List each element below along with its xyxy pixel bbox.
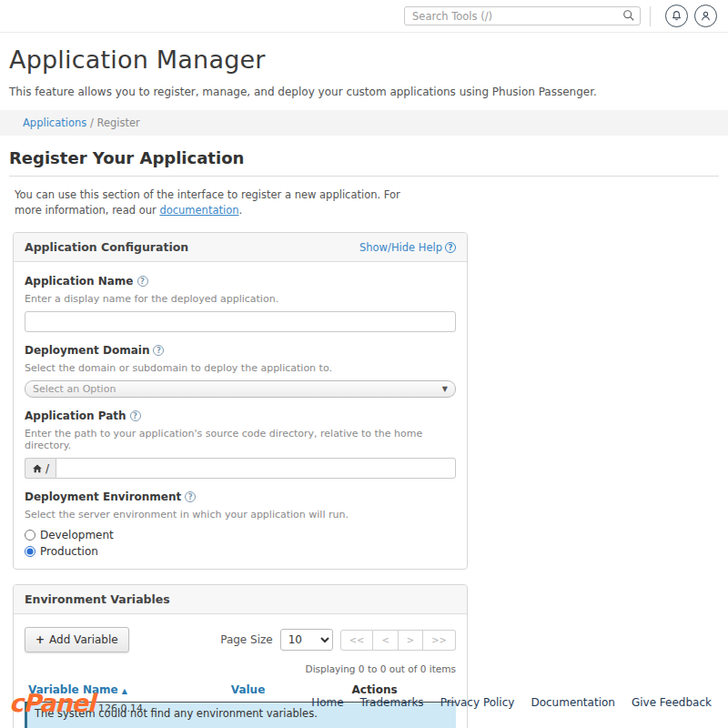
- pagination-first-button[interactable]: <<: [340, 630, 374, 651]
- home-icon: [32, 463, 43, 474]
- application-path-label: Application Path ?: [25, 410, 456, 422]
- add-variable-button[interactable]: + Add Variable: [25, 627, 129, 652]
- deployment-domain-label-text: Deployment Domain: [25, 344, 149, 357]
- application-path-help-text: Enter the path to your application's sou…: [25, 428, 456, 451]
- deployment-environment-label: Deployment Environment ?: [25, 490, 456, 503]
- footer-link-privacy-policy[interactable]: Privacy Policy: [440, 696, 515, 709]
- production-radio-label: Production: [40, 545, 98, 558]
- path-prefix: /: [46, 462, 49, 475]
- displaying-count-text: Displaying 0 to 0 out of 0 items: [25, 663, 456, 674]
- page-title: Application Manager: [9, 46, 719, 74]
- application-path-input[interactable]: [56, 458, 456, 479]
- page-size-label: Page Size: [220, 633, 273, 646]
- breadcrumb-current: Register: [96, 116, 139, 129]
- pagination-next-button[interactable]: >: [399, 630, 423, 651]
- cpanel-logo: cPanel: [9, 689, 95, 717]
- breadcrumb: Applications / Register: [0, 110, 728, 136]
- application-path-help-icon[interactable]: ?: [130, 410, 141, 421]
- footer-link-trademarks[interactable]: Trademarks: [360, 696, 424, 709]
- deployment-environment-help-text: Select the server environment in which y…: [25, 509, 456, 521]
- notifications-bell-icon[interactable]: [665, 5, 688, 27]
- show-hide-help-label: Show/Hide Help: [359, 241, 442, 254]
- application-configuration-panel: Application Configuration Show/Hide Help…: [13, 232, 468, 570]
- deployment-domain-help-text: Select the domain or subdomain to deploy…: [25, 362, 456, 374]
- pagination-prev-button[interactable]: <: [373, 630, 398, 651]
- application-path-input-group: /: [25, 458, 456, 479]
- config-panel-title: Application Configuration: [25, 240, 188, 254]
- user-account-icon[interactable]: [694, 5, 717, 27]
- footer-links: Home Trademarks Privacy Policy Documenta…: [311, 696, 712, 709]
- footer-link-home[interactable]: Home: [311, 696, 343, 709]
- topbar-divider: [650, 6, 651, 26]
- deployment-domain-label: Deployment Domain ?: [25, 344, 456, 357]
- development-radio-label: Development: [40, 529, 114, 541]
- application-name-help-text: Enter a display name for the deployed ap…: [25, 293, 456, 305]
- footer: cPanel 126.0.14 Home Trademarks Privacy …: [0, 686, 728, 728]
- breadcrumb-separator: /: [90, 116, 94, 129]
- deployment-domain-select[interactable]: Select an Option ▼: [25, 380, 456, 398]
- search-icon[interactable]: [622, 9, 635, 22]
- topbar: [0, 0, 728, 33]
- application-name-help-icon[interactable]: ?: [137, 276, 148, 287]
- page-description: This feature allows you to register, man…: [9, 86, 719, 98]
- footer-link-give-feedback[interactable]: Give Feedback: [632, 696, 712, 709]
- show-hide-help-link[interactable]: Show/Hide Help ?: [359, 241, 456, 254]
- deployment-domain-help-icon[interactable]: ?: [153, 345, 164, 356]
- application-name-label: Application Name ?: [25, 275, 456, 288]
- radio-option-development[interactable]: Development: [25, 529, 456, 541]
- radio-option-production[interactable]: Production: [25, 545, 456, 558]
- help-question-icon: ?: [445, 242, 456, 253]
- intro-suffix: .: [239, 204, 243, 217]
- page-size-select[interactable]: 10: [280, 629, 333, 651]
- breadcrumb-applications-link[interactable]: Applications: [23, 116, 86, 129]
- search-tools: [404, 6, 641, 25]
- documentation-link[interactable]: documentation: [159, 204, 238, 217]
- chevron-down-icon: ▼: [442, 385, 448, 393]
- development-radio[interactable]: [25, 530, 35, 541]
- search-input[interactable]: [404, 6, 641, 25]
- section-title: Register Your Application: [9, 148, 719, 177]
- add-variable-label: Add Variable: [49, 633, 118, 646]
- deployment-environment-label-text: Deployment Environment: [25, 490, 181, 503]
- application-path-label-text: Application Path: [25, 410, 126, 422]
- pagination-controls: << < > >>: [340, 630, 456, 651]
- pagination-last-button[interactable]: >>: [423, 630, 456, 651]
- application-name-input[interactable]: [25, 311, 456, 332]
- deployment-domain-selected-value: Select an Option: [33, 383, 116, 395]
- deployment-environment-help-icon[interactable]: ?: [185, 491, 196, 502]
- footer-version: 126.0.14: [98, 703, 143, 714]
- footer-link-documentation[interactable]: Documentation: [531, 696, 615, 709]
- application-name-label-text: Application Name: [25, 275, 134, 288]
- env-panel-title: Environment Variables: [25, 592, 170, 606]
- section-intro: You can use this section of the interfac…: [15, 187, 426, 217]
- plus-icon: +: [35, 633, 45, 646]
- production-radio[interactable]: [25, 546, 35, 557]
- home-directory-addon: /: [25, 458, 56, 479]
